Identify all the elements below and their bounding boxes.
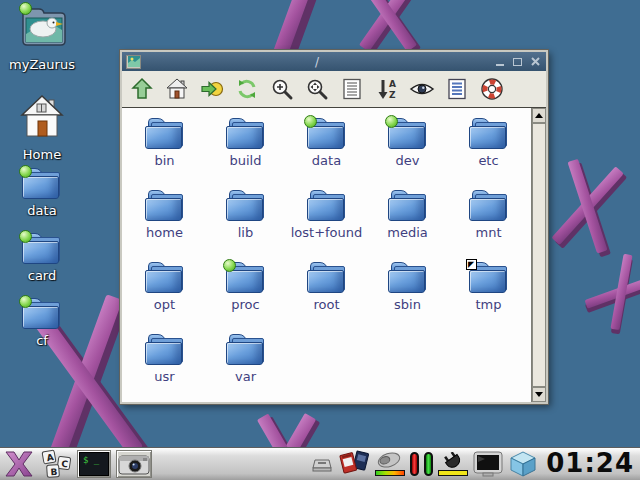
volume-level-bar [375,470,405,476]
folder-name: build [230,153,262,168]
qtopia-cube-icon[interactable] [508,450,538,478]
show-hidden-eye-button[interactable] [408,75,435,103]
up-arrow-icon [535,113,543,118]
folder-name: sbin [394,297,421,312]
green-dot-badge [19,165,32,178]
scroll-up-button[interactable] [532,108,546,123]
battery-red-led-icon[interactable] [410,452,419,476]
camera-icon [118,452,150,476]
home-button[interactable] [163,75,190,103]
power-level-bar [438,470,468,476]
folder-name: etc [478,153,498,168]
power-plug-icon[interactable] [438,452,468,476]
file-manager-window: / [120,50,548,404]
desktop-icon-cf[interactable]: cf [2,298,82,348]
folder-icon [22,168,62,200]
desktop-icon-label: cf [36,333,48,348]
folder-item[interactable]: etc [448,118,529,190]
reload-button[interactable] [233,75,260,103]
scrollbar-thumb[interactable] [532,123,546,387]
window-controls [493,55,542,68]
green-dot-badge [19,230,32,243]
folder-icon [145,262,185,294]
desktop-icon-card[interactable]: card [2,233,82,283]
folder-icon [469,118,509,150]
folder-view: bin build [122,108,546,402]
folder-name: data [312,153,341,168]
folder-icon [469,190,509,222]
terminal-button[interactable]: $ _ [77,450,111,478]
folder-item[interactable]: var [205,334,286,402]
folder-icon [226,334,266,366]
sort-az-button[interactable]: A Z [373,75,400,103]
list-view-button[interactable] [338,75,365,103]
folder-item[interactable]: dev [367,118,448,190]
vertical-scrollbar[interactable] [531,108,546,402]
folder-icon [388,118,428,150]
folder-item[interactable]: lib [205,190,286,262]
taskbar: A C B $ _ [0,447,640,480]
house-icon [19,94,65,144]
folder-item[interactable]: lost+found [286,190,367,262]
titlebar[interactable]: / [122,52,546,71]
green-dot-badge [19,2,32,15]
detail-view-button[interactable] [443,75,470,103]
scrollbar-track[interactable] [532,123,546,387]
svg-text:B: B [50,467,58,477]
folder-grid: bin build [122,108,531,402]
eject-icon[interactable] [311,454,333,474]
folder-item[interactable]: root [286,262,367,334]
myzaurus-folder-icon [17,4,67,54]
taskbar-left: A C B $ _ [3,449,152,479]
memory-cards-icon[interactable] [338,450,370,478]
battery-green-led-icon[interactable] [424,452,433,476]
close-button[interactable] [529,55,542,68]
folder-item[interactable]: opt [124,262,205,334]
folder-item[interactable]: build [205,118,286,190]
keyboard-abc-icon[interactable]: A C B [40,449,72,479]
folder-name: lost+found [291,225,363,240]
window-title: / [145,55,489,69]
folder-item[interactable]: sbin [367,262,448,334]
desktop-icon-myzaurus[interactable]: myZaurus [2,4,82,72]
folder-icon [226,118,266,150]
folder-item[interactable]: bin [124,118,205,190]
go-button[interactable] [198,75,225,103]
folder-item[interactable]: usr [124,334,205,402]
folder-item[interactable]: proc [205,262,286,334]
volume-icon[interactable] [375,452,405,476]
folder-name: tmp [475,297,501,312]
folder-item[interactable]: home [124,190,205,262]
x11-logo-icon[interactable] [3,449,35,479]
folder-name: dev [396,153,420,168]
desktop-icon-label: Home [23,147,61,162]
folder-item[interactable]: tmp [448,262,529,334]
maximize-button[interactable] [511,55,524,68]
folder-item[interactable]: data [286,118,367,190]
folder-item[interactable]: mnt [448,190,529,262]
folder-name: var [235,369,256,384]
folder-name: usr [154,369,174,384]
desktop-icon-label: card [28,268,56,283]
display-icon[interactable] [473,451,503,477]
folder-icon [307,190,347,222]
folder-icon [145,334,185,366]
svg-text:A: A [389,79,396,89]
zoom-in-button[interactable] [268,75,295,103]
zoom-fit-button[interactable] [303,75,330,103]
folder-name: home [146,225,183,240]
clock[interactable]: 01:24 [546,448,634,478]
svg-text:Z: Z [389,90,396,100]
up-directory-button[interactable] [128,75,155,103]
desktop-icon-data[interactable]: data [2,168,82,218]
camera-button[interactable] [116,450,152,478]
folder-badge [223,259,236,272]
desktop-icon-home[interactable]: Home [2,94,82,162]
help-lifering-button[interactable] [478,75,505,103]
folder-name: mnt [476,225,502,240]
folder-item[interactable]: media [367,190,448,262]
minimize-button[interactable] [493,55,506,68]
folder-badge [304,115,317,128]
folder-icon [22,298,62,330]
scroll-down-button[interactable] [532,387,546,402]
